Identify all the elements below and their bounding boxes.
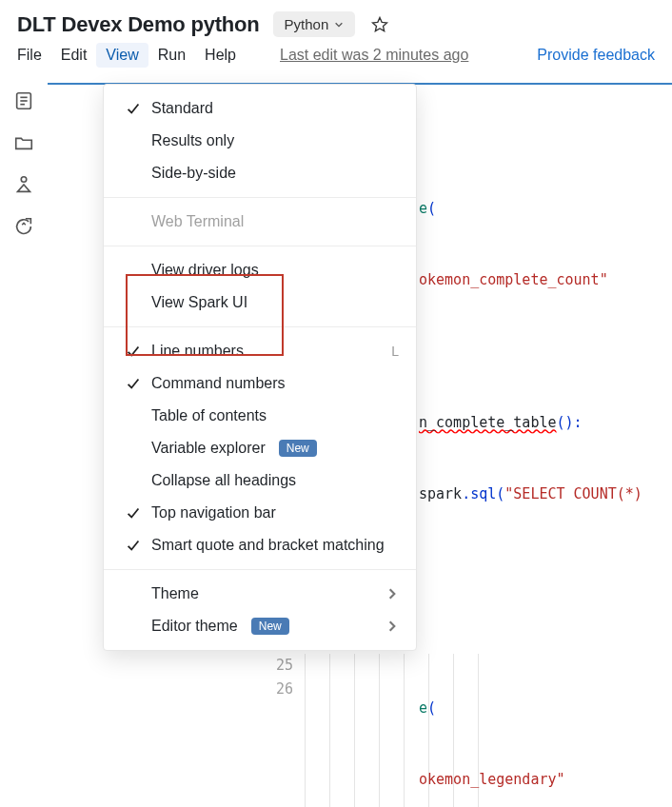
check-icon [125,504,142,522]
shapes-icon[interactable] [13,174,34,195]
menu-edit[interactable]: Edit [61,47,88,64]
menu-file[interactable]: File [17,47,42,64]
menu-run[interactable]: Run [158,47,186,64]
menu-help[interactable]: Help [205,47,236,64]
view-toc[interactable]: Table of contents [104,400,416,432]
view-driver-logs[interactable]: View driver logs [104,254,416,286]
view-top-nav[interactable]: Top navigation bar [104,497,416,529]
last-edit-link[interactable]: Last edit was 2 minutes ago [280,47,468,64]
chevron-down-icon [334,20,344,30]
view-command-numbers[interactable]: Command numbers [104,367,416,400]
view-collapse-headings[interactable]: Collapse all headings [104,464,416,497]
view-editor-theme[interactable]: Editor theme New [104,610,416,642]
check-icon [125,375,142,392]
view-spark-ui[interactable]: View Spark UI [104,286,416,319]
notebook-icon[interactable] [13,90,34,111]
view-web-terminal: Web Terminal [104,206,416,238]
star-icon [370,15,389,34]
language-label: Python [285,16,329,32]
view-line-numbers[interactable]: Line numbers L [104,335,416,367]
chevron-right-icon [385,587,399,600]
menu-view[interactable]: View [96,43,148,68]
view-variable-explorer[interactable]: Variable explorer New [104,432,416,464]
check-icon [125,537,142,554]
menubar: File Edit View Run Help Last edit was 2 … [0,37,672,73]
view-option-standard[interactable]: Standard [104,92,416,125]
chevron-right-icon [385,620,399,633]
svg-point-4 [21,177,27,183]
shortcut-label: L [391,344,399,359]
code-lines: e( okemon_complete_count" n_complete_tab… [419,149,642,807]
check-icon [125,343,142,360]
line-gutter: 25 26 [268,654,293,701]
notebook-title[interactable]: DLT Devex Demo python [17,12,260,37]
folder-icon[interactable] [13,132,34,153]
view-dropdown: Standard Results only Side-by-side Web T… [103,84,417,651]
view-option-results-only[interactable]: Results only [104,125,416,157]
header: DLT Devex Demo python Python [0,0,672,37]
new-badge: New [279,440,317,457]
feedback-link[interactable]: Provide feedback [537,47,655,64]
view-theme[interactable]: Theme [104,578,416,610]
new-badge: New [251,618,289,635]
view-smart-quote[interactable]: Smart quote and bracket matching [104,529,416,561]
check-icon [125,100,142,117]
favorite-button[interactable] [370,15,389,34]
left-rail [0,73,48,793]
language-selector[interactable]: Python [273,11,356,37]
refresh-icon[interactable] [13,216,34,237]
view-option-side-by-side[interactable]: Side-by-side [104,157,416,189]
